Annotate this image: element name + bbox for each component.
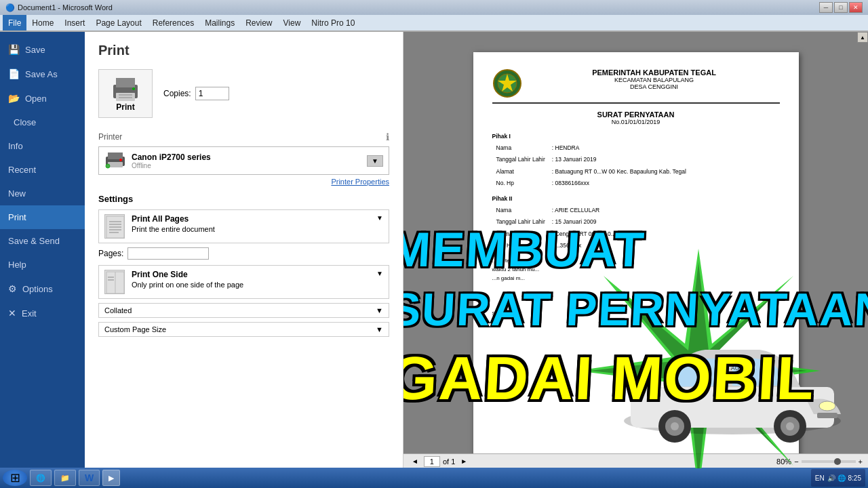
media-icon: ▶ [108, 474, 114, 483]
page-next-button[interactable]: ► [458, 457, 470, 466]
minimize-button[interactable]: ─ [819, 2, 833, 13]
page-prev-button[interactable]: ◄ [409, 457, 421, 466]
save-as-icon: 📄 [8, 68, 20, 79]
printer-icon [109, 75, 142, 102]
menu-file[interactable]: File [3, 15, 26, 30]
doc-content: Pihak I Nama: HENDRA Tanggal Lahir Lahir… [492, 132, 780, 319]
table-row: Tanggal Lahir Lahir: 13 Januari 2019 [494, 155, 689, 165]
title-bar: 🔵 Document1 - Microsoft Word ─ □ ✕ [0, 0, 868, 15]
taskbar-tray: EN 🔊 🌐 8:25 [811, 469, 865, 487]
print-panel: Print Print Copies: [85, 32, 403, 468]
custom-page-size-select[interactable]: Custom Page Size ▼ [98, 322, 389, 337]
menu-review[interactable]: Review [240, 15, 277, 30]
print-button[interactable]: Print [98, 69, 153, 118]
taskbar-explorer[interactable]: 📁 [54, 470, 76, 486]
svg-point-5 [132, 87, 135, 90]
doc-title-section: SURAT PERNYATAAN No.01/01/01/2019 [492, 110, 780, 125]
word-icon: W [85, 472, 94, 483]
printer-dropdown-arrow[interactable]: ▼ [367, 155, 383, 167]
copies-row: Copies: [163, 87, 229, 100]
print-one-side-arrow[interactable]: ▼ [376, 270, 383, 277]
sidebar-item-save-send[interactable]: Save & Send [0, 229, 85, 253]
print-all-arrow[interactable]: ▼ [376, 214, 383, 222]
open-icon: 📂 [8, 93, 20, 104]
sidebar-item-exit[interactable]: ✕ Exit [0, 301, 85, 325]
sidebar-item-info[interactable]: Info [0, 134, 85, 158]
doc-number: No.01/01/01/2019 [492, 119, 780, 125]
print-header-row: Print Copies: [98, 69, 389, 118]
taskbar-word[interactable]: W [79, 470, 100, 486]
copies-input[interactable] [195, 87, 229, 100]
print-all-text: Print All Pages Print the entire documen… [132, 214, 215, 233]
zoom-level: 80% [776, 458, 791, 466]
printer-properties-link[interactable]: Printer Properties [98, 178, 389, 186]
main-layout: 💾 Save 📄 Save As 📂 Open Close Info Recen… [0, 32, 868, 468]
document-preview: ▲ PEMERINTAH KABUPATEN TEGAL KECAMATAN B… [403, 32, 868, 468]
collated-arrow: ▼ [376, 306, 383, 314]
table-row: Alamat: Batuagung RT 0...W 00 Kec. Bapau… [494, 167, 689, 178]
printer-name: Canon iP2700 series [132, 152, 361, 162]
printer-info: Canon iP2700 series Offline [132, 152, 361, 169]
save-icon: 💾 [8, 44, 20, 55]
print-one-side-text: Print One Side Only print on one side of… [132, 270, 243, 289]
settings-title: Settings [98, 194, 389, 204]
zoom-thumb[interactable] [834, 458, 841, 465]
print-all-label: Print All Pages [132, 214, 215, 224]
doc-title: SURAT PERNYATAAN [492, 110, 780, 119]
collated-select[interactable]: Collated ▼ [98, 303, 389, 318]
menu-nitro[interactable]: Nitro Pro 10 [306, 15, 360, 30]
folder-icon: 📁 [60, 474, 70, 483]
zoom-in-button[interactable]: + [859, 458, 863, 466]
sidebar-item-new[interactable]: New [0, 182, 85, 205]
page-total: of 1 [443, 458, 455, 466]
sidebar-item-open[interactable]: 📂 Open [0, 86, 85, 110]
taskbar-media[interactable]: ▶ [102, 470, 120, 486]
pihak1-table: Nama: HENDRA Tanggal Lahir Lahir: 13 Jan… [492, 142, 690, 190]
maximize-button[interactable]: □ [834, 2, 848, 13]
pages-input[interactable] [127, 247, 209, 260]
menu-view[interactable]: View [278, 15, 307, 30]
document-page: PEMERINTAH KABUPATEN TEGAL KECAMATAN BAL… [473, 52, 799, 468]
saksi-label: Saksi I [492, 310, 780, 319]
tray-icons: 🔊 🌐 [827, 474, 846, 482]
start-button[interactable]: ⊞ [3, 470, 27, 486]
scroll-up-button[interactable]: ▲ [857, 32, 868, 43]
sidebar-item-save[interactable]: 💾 Save [0, 37, 85, 62]
menu-insert[interactable]: Insert [59, 15, 90, 30]
menu-home[interactable]: Home [26, 15, 59, 30]
sidebar-item-recent[interactable]: Recent [0, 158, 85, 182]
menu-page-layout[interactable]: Page Layout [90, 15, 146, 30]
sidebar-item-close[interactable]: Close [0, 110, 85, 134]
taskbar-ie[interactable]: 🌐 [30, 470, 52, 486]
close-window-button[interactable]: ✕ [849, 2, 863, 13]
title-bar-controls: ─ □ ✕ [819, 2, 863, 13]
table-row: Alamat: Cenggini RT 00/RW 0... Tegal [494, 229, 634, 240]
svg-point-9 [119, 159, 122, 161]
kabupaten-logo [492, 68, 522, 98]
table-row: No. Hp: ...3566xxx [494, 241, 634, 251]
svg-rect-28 [817, 413, 837, 418]
body-text-3: ...n gadai m... [492, 274, 780, 283]
menu-mailings[interactable]: Mailings [199, 15, 240, 30]
scroll-area: ▲ [857, 32, 868, 43]
zoom-out-button[interactable]: − [794, 458, 798, 466]
print-one-side-setting[interactable]: Print One Side Only print on one side of… [98, 265, 389, 299]
lang-indicator: EN [815, 474, 825, 482]
svg-rect-4 [119, 97, 132, 98]
printer-info-icon[interactable]: ℹ [386, 131, 389, 142]
ribbon: File Home Insert Page Layout References … [0, 15, 868, 32]
pages-label: Pages: [98, 249, 123, 258]
menu-references[interactable]: References [147, 15, 199, 30]
sidebar-item-options[interactable]: ⚙ Options [0, 277, 85, 301]
svg-rect-3 [119, 94, 132, 96]
print-all-pages-setting[interactable]: Print All Pages Print the entire documen… [98, 209, 389, 243]
print-one-side-label: Print One Side [132, 270, 243, 279]
sidebar-item-save-as[interactable]: 📄 Save As [0, 62, 85, 86]
sidebar-item-help[interactable]: Help [0, 253, 85, 277]
page-number-input[interactable] [424, 456, 440, 467]
sidebar-item-print[interactable]: Print [0, 205, 85, 229]
copies-label: Copies: [163, 89, 191, 98]
body-text: ...k. I telah mengga... [492, 257, 780, 266]
zoom-track[interactable] [802, 460, 856, 463]
taskbar: ⊞ 🌐 📁 W ▶ EN 🔊 🌐 8:25 [0, 468, 868, 488]
